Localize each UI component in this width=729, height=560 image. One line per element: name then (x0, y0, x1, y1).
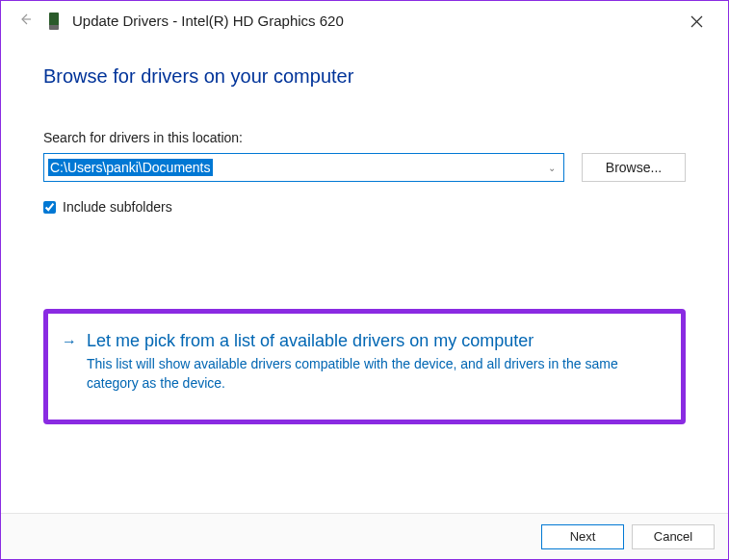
page-heading: Browse for drivers on your computer (43, 65, 686, 88)
browse-button[interactable]: Browse... (582, 153, 686, 182)
path-combobox[interactable]: C:\Users\panki\Documents ⌄ (43, 153, 564, 182)
back-button[interactable] (14, 9, 36, 33)
option-description: This list will show available drivers co… (87, 355, 626, 393)
device-icon (49, 13, 59, 30)
include-subfolders-row[interactable]: Include subfolders (43, 199, 686, 215)
close-icon (690, 15, 703, 28)
next-button[interactable]: Next (541, 524, 624, 549)
arrow-right-icon: → (62, 333, 77, 393)
path-value: C:\Users\panki\Documents (48, 159, 213, 176)
content-area: Browse for drivers on your computer Sear… (1, 33, 728, 424)
chevron-down-icon: ⌄ (548, 163, 556, 173)
cancel-button[interactable]: Cancel (632, 524, 715, 549)
pick-from-list-option[interactable]: → Let me pick from a list of available d… (43, 309, 686, 424)
window-title: Update Drivers - Intel(R) HD Graphics 62… (72, 13, 344, 29)
header-row: Update Drivers - Intel(R) HD Graphics 62… (1, 1, 728, 33)
back-arrow-icon (18, 13, 32, 26)
footer: Next Cancel (1, 513, 728, 559)
option-inner: → Let me pick from a list of available d… (62, 331, 667, 393)
close-button[interactable] (683, 11, 711, 36)
include-subfolders-checkbox[interactable] (43, 201, 56, 214)
option-title: Let me pick from a list of available dri… (87, 331, 626, 351)
search-location-label: Search for drivers in this location: (43, 130, 686, 145)
path-row: C:\Users\panki\Documents ⌄ Browse... (43, 153, 686, 182)
include-subfolders-label: Include subfolders (63, 199, 172, 215)
